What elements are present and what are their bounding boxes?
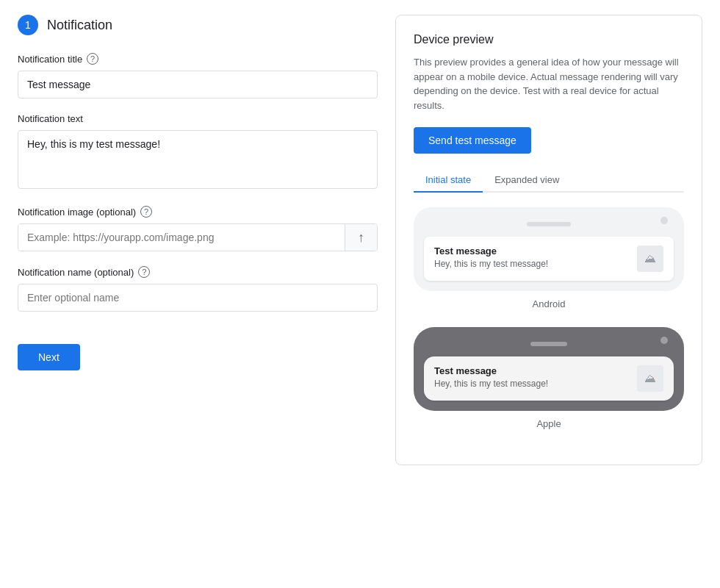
next-button[interactable]: Next — [18, 344, 80, 370]
android-notification-card: Test message Hey, this is my test messag… — [424, 237, 674, 281]
apple-device-section: Test message Hey, this is my test messag… — [414, 327, 684, 429]
step-badge: 1 — [18, 15, 38, 35]
notification-image-help-icon[interactable]: ? — [140, 206, 152, 218]
notification-name-input[interactable] — [18, 284, 378, 312]
notification-title-section: Notification title ? — [18, 53, 378, 98]
apple-notif-content: Test message Hey, this is my test messag… — [434, 365, 630, 389]
notification-text-section: Notification text Hey, this is my test m… — [18, 113, 378, 191]
apple-notch — [530, 342, 567, 346]
android-image-icon: ⛰ — [644, 252, 656, 265]
android-device-mock: Test message Hey, this is my test messag… — [414, 207, 684, 291]
notification-image-input-row: ↑ — [18, 223, 378, 251]
apple-notif-body: Hey, this is my test message! — [434, 379, 630, 389]
notification-image-section: Notification image (optional) ? ↑ — [18, 206, 378, 251]
android-label: Android — [414, 298, 684, 309]
apple-image-icon: ⛰ — [644, 372, 656, 385]
left-panel: 1 Notification Notification title ? Noti… — [18, 15, 378, 465]
notification-title-label: Notification title ? — [18, 53, 378, 65]
notification-name-label: Notification name (optional) ? — [18, 266, 378, 278]
upload-icon: ↑ — [358, 230, 364, 245]
android-notif-image-placeholder: ⛰ — [637, 245, 663, 272]
apple-label: Apple — [414, 418, 684, 429]
android-notif-title: Test message — [434, 245, 630, 257]
notification-image-label: Notification image (optional) ? — [18, 206, 378, 218]
tab-initial-state[interactable]: Initial state — [414, 168, 483, 193]
apple-device-mock: Test message Hey, this is my test messag… — [414, 327, 684, 411]
tab-expanded-view[interactable]: Expanded view — [483, 168, 571, 193]
notification-name-section: Notification name (optional) ? — [18, 266, 378, 312]
apple-notif-title: Test message — [434, 365, 630, 376]
notification-text-label: Notification text — [18, 113, 378, 124]
apple-camera-icon — [660, 337, 668, 344]
step-header: 1 Notification — [18, 15, 378, 35]
android-device-section: Test message Hey, this is my test messag… — [414, 207, 684, 309]
android-camera-icon — [660, 217, 668, 224]
android-notif-content: Test message Hey, this is my test messag… — [434, 245, 630, 269]
notification-image-input[interactable] — [18, 224, 345, 251]
preview-tabs: Initial state Expanded view — [414, 168, 684, 193]
apple-notification-card: Test message Hey, this is my test messag… — [424, 356, 674, 401]
page-title: Notification — [47, 18, 112, 33]
device-preview-description: This preview provides a general idea of … — [414, 55, 684, 112]
device-preview-title: Device preview — [414, 33, 684, 46]
send-test-message-button[interactable]: Send test message — [414, 127, 531, 154]
apple-notif-image-placeholder: ⛰ — [637, 365, 663, 392]
notification-title-input[interactable] — [18, 71, 378, 98]
device-preview-panel: Device preview This preview provides a g… — [395, 15, 702, 465]
android-notif-body: Hey, this is my test message! — [434, 259, 630, 269]
upload-image-button[interactable]: ↑ — [345, 224, 377, 251]
notification-title-help-icon[interactable]: ? — [87, 53, 98, 65]
notification-text-input[interactable]: Hey, this is my test message! — [18, 130, 378, 189]
notification-name-help-icon[interactable]: ? — [138, 266, 150, 278]
